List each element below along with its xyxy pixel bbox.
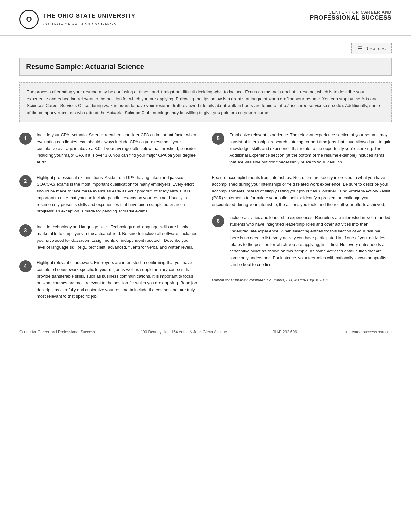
tip-accomplishments-text: Feature accomplishments from internships… [212, 174, 392, 208]
tip-item-2: 2 Highlight professional examinations. A… [19, 174, 199, 215]
resumes-label: Resumes [365, 46, 386, 51]
tip-item-5: 5 Emphasize relevant experience. The rel… [212, 132, 392, 165]
resumes-badge-container: ☰ Resumes [0, 36, 411, 54]
osu-logo: O [19, 10, 39, 29]
tip-habitat-text: Habitat for Humanity Volunteer, Columbus… [212, 277, 392, 283]
footer-website: asc-careersuccess.osu.edu [345, 330, 392, 334]
tip-number-1: 1 [19, 133, 32, 145]
footer-address: 100 Denney Hall, 164 Annie & John Glenn … [141, 330, 227, 334]
tip-habitat: Habitat for Humanity Volunteer, Columbus… [212, 277, 392, 283]
main-content: Resume Sample: Actuarial Science The pro… [0, 54, 411, 315]
university-name: The Ohio State University [43, 13, 135, 21]
intro-text: The process of creating your resume may … [27, 88, 384, 116]
tip-accomplishments: Feature accomplishments from internships… [212, 174, 392, 208]
tip-number-4: 4 [19, 260, 32, 272]
footer: Center for Career and Professional Succe… [0, 325, 411, 339]
footer-name: Center for Career and Professional Succe… [19, 330, 95, 334]
tip-text-1: Include your GPA. Actuarial Science recr… [37, 132, 199, 165]
tips-grid: 1 Include your GPA. Actuarial Science re… [19, 132, 392, 309]
tip-item-6: 6 Include activities and leadership expe… [212, 214, 392, 268]
college-name: College of Arts and Sciences [43, 22, 135, 26]
tip-item-4: 4 Highlight relevant coursework. Employe… [19, 260, 199, 300]
tip-item-3: 3 Include technology and language skills… [19, 224, 199, 251]
tip-text-5: Emphasize relevant experience. The relev… [230, 132, 392, 165]
page-title: Resume Sample: Actuarial Science [26, 63, 385, 71]
tips-left-column: 1 Include your GPA. Actuarial Science re… [19, 132, 199, 309]
tip-text-6: Include activities and leadership experi… [230, 214, 392, 268]
header: O The Ohio State University College of A… [0, 0, 411, 36]
tip-number-5: 5 [212, 133, 224, 145]
header-left-text: The Ohio State University College of Art… [43, 13, 135, 26]
tip-text-3: Include technology and language skills. … [37, 224, 199, 251]
page: O The Ohio State University College of A… [0, 0, 411, 532]
tip-number-6: 6 [212, 215, 224, 227]
resumes-icon: ☰ [357, 45, 362, 52]
header-right: Center for Career and Professional Succe… [310, 10, 392, 21]
title-box: Resume Sample: Actuarial Science [19, 58, 392, 76]
tip-item-1: 1 Include your GPA. Actuarial Science re… [19, 132, 199, 165]
tip-number-3: 3 [19, 224, 32, 237]
tip-text-2: Highlight professional examinations. Asi… [37, 174, 199, 215]
tip-text-4: Highlight relevant coursework. Employers… [37, 260, 199, 300]
intro-box: The process of creating your resume may … [19, 82, 392, 122]
tips-right-column: 5 Emphasize relevant experience. The rel… [212, 132, 392, 309]
center-label: Center for Career and [310, 10, 392, 15]
center-title: Professional Success [310, 15, 392, 21]
resumes-badge: ☰ Resumes [351, 43, 392, 54]
tip-number-2: 2 [19, 175, 32, 187]
header-left: O The Ohio State University College of A… [19, 10, 135, 29]
footer-phone: (614) 292-6961 [272, 330, 299, 334]
